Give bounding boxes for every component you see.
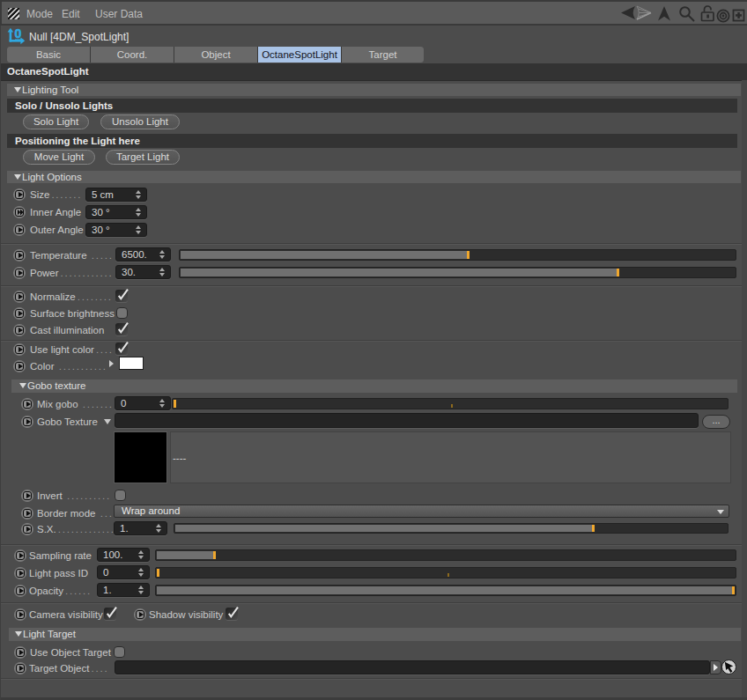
svg-text:0: 0 [15, 26, 22, 41]
